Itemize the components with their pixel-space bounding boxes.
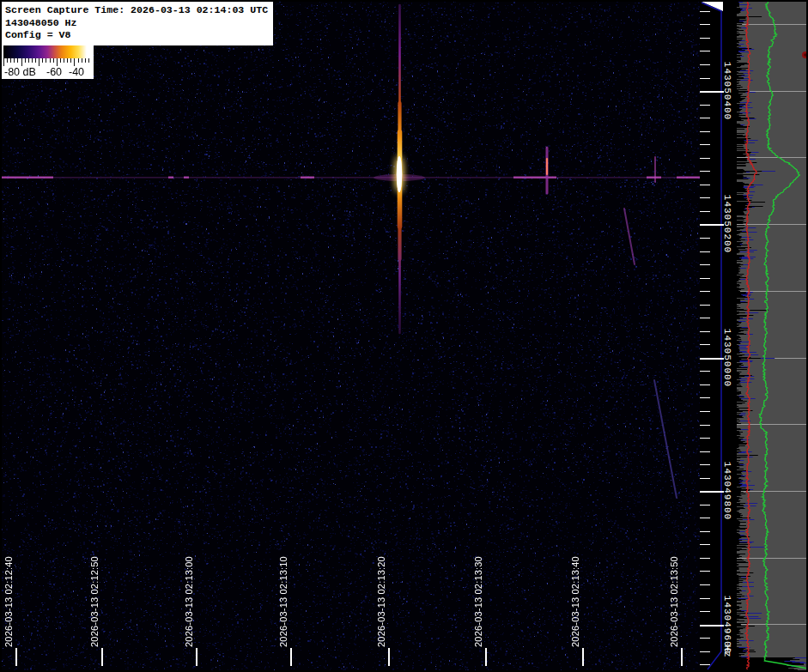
freq-minor-tick	[700, 598, 710, 599]
time-tick	[681, 648, 683, 666]
freq-minor-tick	[700, 478, 710, 479]
colorbar-labels: -80 dB -60 -40	[3, 66, 92, 79]
freq-minor-tick	[700, 451, 710, 452]
colorbar-min-label: -80 dB	[4, 66, 36, 78]
time-axis-label: 2026-03-13 02:12:50	[89, 556, 100, 647]
freq-minor-tick	[700, 11, 710, 12]
freq-minor-tick	[700, 278, 710, 279]
freq-minor-tick	[700, 371, 710, 372]
freq-minor-tick	[700, 518, 710, 518]
freq-major-tick	[700, 625, 724, 627]
freq-minor-tick	[700, 105, 710, 106]
capture-config-text: Config = V8	[5, 29, 268, 42]
time-tick	[290, 648, 292, 666]
freq-minor-tick	[700, 144, 710, 145]
time-axis-label: 2026-03-13 02:13:20	[376, 556, 386, 647]
freq-minor-tick	[700, 51, 710, 51]
time-tick	[388, 648, 390, 666]
freq-minor-tick	[700, 531, 710, 532]
freq-minor-tick	[700, 425, 710, 426]
freq-minor-tick	[700, 384, 710, 385]
freq-minor-tick	[700, 197, 710, 198]
freq-minor-tick	[700, 544, 710, 545]
freq-minor-tick	[700, 397, 710, 398]
colorbar-max-label: -40	[69, 66, 84, 78]
freq-axis-label: 143050000	[722, 329, 732, 387]
time-tick	[485, 648, 487, 666]
freq-minor-tick	[700, 158, 710, 159]
frequency-axis: 1430504001430502001430500001430498001430…	[700, 2, 737, 670]
freq-axis-label: 143049800	[722, 462, 732, 520]
freq-minor-tick	[700, 638, 710, 639]
time-tick	[15, 648, 17, 666]
intensity-colorbar: -80 dB -60 -40	[2, 44, 94, 79]
freq-minor-tick	[700, 305, 710, 306]
freq-minor-tick	[700, 438, 710, 439]
freq-minor-tick	[700, 318, 710, 318]
colorbar-tick-ruler	[3, 58, 92, 66]
freq-minor-tick	[700, 264, 710, 265]
freq-minor-tick	[700, 118, 710, 118]
freq-minor-tick	[700, 571, 710, 572]
freq-axis-label: 143050200	[722, 195, 732, 253]
freq-minor-tick	[700, 238, 710, 239]
freq-minor-tick	[700, 185, 710, 185]
freq-minor-tick	[700, 584, 710, 585]
time-tick	[196, 648, 197, 666]
time-axis-label: 2026-03-13 02:13:30	[473, 556, 483, 647]
spectrogram-canvas	[2, 2, 700, 670]
freq-major-tick	[700, 91, 724, 93]
capture-time-text: Screen Capture Time: 2026-03-13 02:14:03…	[5, 4, 268, 17]
freq-minor-tick	[700, 611, 710, 612]
capture-frequency-text: 143048050 Hz	[5, 17, 268, 30]
freq-minor-tick	[700, 171, 710, 172]
freq-minor-tick	[700, 505, 710, 506]
freq-minor-tick	[700, 24, 710, 25]
spectrum-side-panel	[737, 2, 806, 670]
freq-minor-tick	[700, 344, 710, 345]
capture-info-box: Screen Capture Time: 2026-03-13 02:14:03…	[2, 2, 273, 45]
spectrogram-area: Screen Capture Time: 2026-03-13 02:14:03…	[2, 2, 700, 670]
freq-minor-tick	[700, 664, 710, 665]
freq-minor-tick	[700, 38, 710, 39]
time-tick	[101, 648, 103, 666]
freq-minor-tick	[700, 251, 710, 252]
freq-major-tick	[700, 358, 724, 360]
freq-minor-tick	[700, 411, 710, 412]
time-axis-label: 2026-03-13 02:13:50	[669, 556, 679, 647]
screen-capture-root: Screen Capture Time: 2026-03-13 02:14:03…	[0, 0, 808, 672]
time-axis-label: 2026-03-13 02:13:10	[278, 556, 289, 647]
colorbar-gradient	[3, 45, 92, 58]
freq-axis-label: 143050400	[722, 62, 732, 120]
freq-minor-tick	[700, 331, 710, 332]
time-axis-label: 2026-03-13 02:13:00	[184, 556, 194, 647]
freq-major-tick	[700, 491, 724, 493]
freq-minor-tick	[700, 558, 710, 559]
freq-minor-tick	[700, 464, 710, 465]
freq-minor-tick	[700, 651, 710, 652]
freq-minor-tick	[700, 64, 710, 65]
time-axis-label: 2026-03-13 02:13:40	[570, 556, 580, 647]
colorbar-mid-label: -60	[46, 66, 62, 78]
freq-minor-tick	[700, 291, 710, 292]
freq-major-tick	[700, 224, 724, 226]
freq-minor-tick	[700, 78, 710, 79]
time-axis-label: 2026-03-13 02:12:40	[3, 556, 14, 647]
freq-minor-tick	[700, 131, 710, 132]
time-tick	[582, 648, 584, 666]
spectrum-panel-canvas	[737, 2, 806, 670]
freq-minor-tick	[700, 211, 710, 212]
freq-axis-unit-label: Hz	[722, 645, 732, 657]
